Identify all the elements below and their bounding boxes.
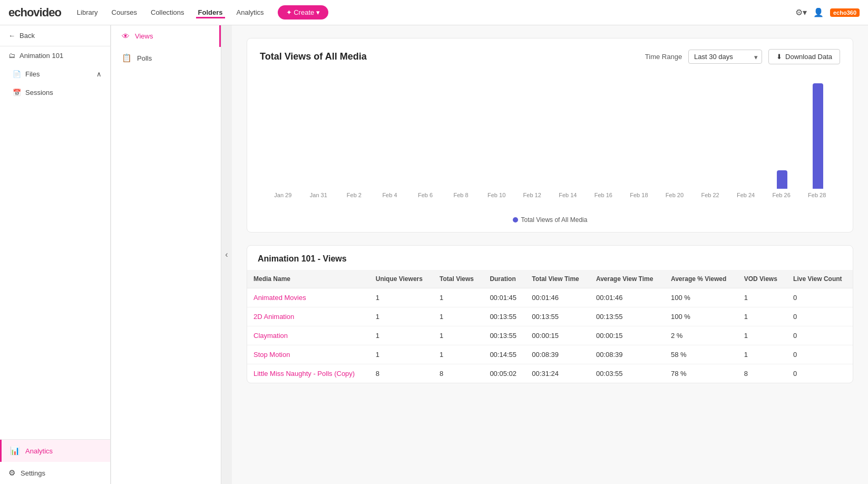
- table-cell: 00:08:39: [590, 345, 665, 364]
- table-cell: 00:13:55: [525, 307, 590, 326]
- table-cell: 1: [738, 288, 787, 307]
- submenu-item-views[interactable]: 👁 Views: [111, 25, 221, 47]
- table-column-header: Average View Time: [590, 270, 665, 288]
- table-column-header: Duration: [483, 270, 525, 288]
- table-cell: 0: [787, 288, 853, 307]
- table-column-header: Total View Time: [525, 270, 590, 288]
- x-axis-label: Feb 10: [479, 192, 514, 198]
- x-axis-label: Feb 18: [621, 192, 657, 198]
- back-button[interactable]: ← Back: [0, 25, 110, 46]
- table-cell: 00:03:55: [590, 364, 665, 383]
- views-icon: 👁: [122, 32, 130, 41]
- x-axis-label: Feb 8: [443, 192, 479, 198]
- media-name-link[interactable]: Little Miss Naughty - Polls (Copy): [247, 364, 369, 383]
- x-axis-label: Feb 6: [407, 192, 443, 198]
- chart-bar: [777, 170, 787, 189]
- table-cell: 1: [369, 326, 433, 345]
- table-cell: 1: [433, 288, 483, 307]
- header-row: Media NameUnique ViewersTotal ViewsDurat…: [247, 270, 853, 288]
- nav-courses[interactable]: Courses: [110, 6, 139, 18]
- chevron-up-icon: ∧: [96, 70, 102, 78]
- chart-section: Total Views of All Media Time Range Last…: [247, 38, 853, 233]
- table-row: Stop Motion1100:14:5500:08:3900:08:3958 …: [247, 345, 853, 364]
- x-axis-label: Feb 4: [372, 192, 408, 198]
- table-cell: 1: [738, 307, 787, 326]
- table-cell: 1: [433, 326, 483, 345]
- download-icon: ⬇: [776, 53, 782, 61]
- table-cell: 00:31:24: [525, 364, 590, 383]
- table-title: Animation 101 - Views: [247, 246, 853, 270]
- table-cell: 00:08:39: [525, 345, 590, 364]
- table-column-header: Media Name: [247, 270, 369, 288]
- logo: echovideo: [8, 6, 61, 20]
- media-name-link[interactable]: Stop Motion: [247, 345, 369, 364]
- analytics-submenu: 👁 Views 📋 Polls: [111, 25, 221, 484]
- table-row: Claymation1100:13:5500:00:1500:00:152 %1…: [247, 326, 853, 345]
- download-data-button[interactable]: ⬇ Download Data: [768, 49, 840, 64]
- table-cell: 100 %: [665, 307, 738, 326]
- media-name-link[interactable]: 2D Animation: [247, 307, 369, 326]
- table-column-header: VOD Views: [738, 270, 787, 288]
- sidebar: ← Back 🗂 Animation 101 📄 Files ∧ 📅 Sessi…: [0, 25, 111, 484]
- media-name-link[interactable]: Animated Movies: [247, 288, 369, 307]
- table-cell: 0: [787, 326, 853, 345]
- nav-analytics[interactable]: Analytics: [235, 6, 266, 18]
- x-axis-label: Jan 29: [265, 192, 301, 198]
- chart-controls: Time Range Last 30 days Last 7 days Last…: [645, 49, 840, 64]
- sidebar-bottom: 📊 Analytics ⚙ Settings: [0, 439, 110, 484]
- settings-gear-icon: ⚙: [8, 468, 15, 478]
- table-cell: 1: [369, 288, 433, 307]
- main-content: Total Views of All Media Time Range Last…: [232, 25, 868, 484]
- sidebar-item-settings[interactable]: ⚙ Settings: [0, 462, 110, 484]
- table-cell: 00:00:15: [590, 326, 665, 345]
- x-axis-label: Feb 28: [799, 192, 835, 198]
- sidebar-item-files[interactable]: 📄 Files ∧: [0, 65, 110, 83]
- table-body: Animated Movies1100:01:4500:01:4600:01:4…: [247, 288, 853, 383]
- chart-x-axis: Jan 29Jan 31Feb 2Feb 4Feb 6Feb 8Feb 10Fe…: [260, 189, 840, 198]
- table-cell: 00:13:55: [590, 307, 665, 326]
- table-cell: 1: [738, 326, 787, 345]
- time-range-select[interactable]: Last 30 days Last 7 days Last 90 days: [688, 50, 762, 64]
- time-range-wrapper: Last 30 days Last 7 days Last 90 days: [688, 50, 762, 64]
- table-cell: 0: [787, 364, 853, 383]
- table-column-header: Total Views: [433, 270, 483, 288]
- table-cell: 00:01:46: [525, 288, 590, 307]
- chart-bars: [260, 73, 840, 189]
- table-cell: 58 %: [665, 345, 738, 364]
- nav-folders[interactable]: Folders: [196, 6, 225, 18]
- profile-icon[interactable]: 👤: [813, 7, 824, 17]
- nav-collections[interactable]: Collections: [149, 6, 187, 18]
- sidebar-item-sessions[interactable]: 📅 Sessions: [0, 83, 110, 102]
- files-icon: 📄: [13, 70, 21, 78]
- table-cell: 0: [787, 345, 853, 364]
- x-axis-label: Feb 12: [514, 192, 550, 198]
- submenu-item-polls[interactable]: 📋 Polls: [111, 47, 221, 69]
- create-button[interactable]: ✦ Create ▾: [278, 5, 328, 20]
- media-name-link[interactable]: Claymation: [247, 326, 369, 345]
- x-axis-label: Feb 14: [550, 192, 586, 198]
- chart-header: Total Views of All Media Time Range Last…: [260, 49, 840, 64]
- table-cell: 00:00:15: [525, 326, 590, 345]
- sidebar-item-analytics[interactable]: 📊 Analytics: [0, 440, 110, 462]
- table-cell: 00:13:55: [483, 307, 525, 326]
- time-range-label: Time Range: [645, 53, 682, 61]
- sidebar-folder-item[interactable]: 🗂 Animation 101: [0, 46, 110, 65]
- settings-icon[interactable]: ⚙▾: [795, 7, 807, 17]
- table-row: 2D Animation1100:13:5500:13:5500:13:5510…: [247, 307, 853, 326]
- chart-legend: Total Views of All Media: [260, 216, 840, 224]
- table-cell: 00:05:02: [483, 364, 525, 383]
- table-cell: 8: [369, 364, 433, 383]
- table-cell: 1: [369, 345, 433, 364]
- table-column-header: Unique Viewers: [369, 270, 433, 288]
- collapse-sidebar-button[interactable]: ‹: [221, 25, 232, 484]
- table-cell: 1: [433, 345, 483, 364]
- chart-area: Jan 29Jan 31Feb 2Feb 4Feb 6Feb 8Feb 10Fe…: [260, 73, 840, 210]
- table-cell: 00:14:55: [483, 345, 525, 364]
- table-cell: 0: [787, 307, 853, 326]
- polls-icon: 📋: [122, 53, 132, 63]
- table-cell: 100 %: [665, 288, 738, 307]
- legend-label: Total Views of All Media: [521, 216, 588, 224]
- nav-library[interactable]: Library: [75, 6, 100, 18]
- legend-dot: [513, 217, 518, 222]
- chart-bar: [813, 83, 823, 189]
